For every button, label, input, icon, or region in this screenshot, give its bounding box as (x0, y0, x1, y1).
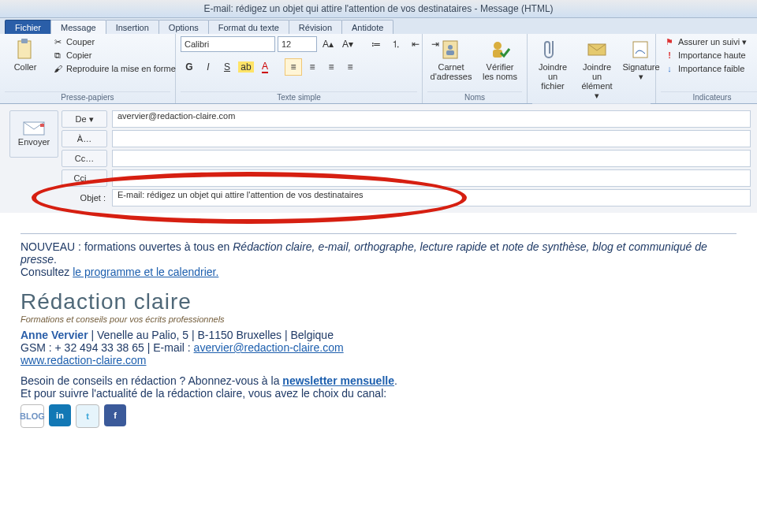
paste-label: Coller (14, 62, 37, 72)
social-blog-icon[interactable]: BLOG (21, 404, 44, 428)
address-book-label: Carnet d'adresses (431, 62, 472, 81)
format-painter-button[interactable]: 🖌 Reproduire la mise en forme (49, 62, 179, 75)
cc-field[interactable] (112, 150, 751, 167)
font-color-button[interactable]: A (256, 58, 274, 76)
brush-icon: 🖌 (52, 63, 63, 74)
address-book-icon (439, 37, 463, 62)
attach-item-label: Joindre un élément ▾ (580, 62, 614, 100)
paste-button[interactable]: Coller (5, 35, 46, 73)
cut-label: Couper (66, 37, 95, 47)
importance-high-button[interactable]: ! Importance haute (661, 49, 750, 61)
bullets-button[interactable]: ≔ (367, 35, 385, 53)
attach-item-button[interactable]: Joindre un élément ▾ (576, 35, 617, 102)
paste-icon (13, 37, 37, 62)
svg-rect-1 (21, 39, 28, 43)
tab-file[interactable]: Fichier (5, 20, 51, 34)
contact-site-link[interactable]: www.redaction-claire.com (21, 354, 147, 366)
followup-button[interactable]: ⚑ Assurer un suivi ▾ (661, 35, 750, 48)
grow-font-button[interactable]: A▴ (319, 35, 337, 53)
subject-field[interactable]: E-mail: rédigez un objet qui attire l'at… (112, 189, 751, 206)
importance-low-icon: ↓ (664, 63, 675, 74)
newsletter-line: Besoin de conseils en rédaction ? Abonne… (21, 374, 736, 387)
bcc-field[interactable] (112, 169, 751, 187)
logo-subtitle: Formations et conseils pour vos écrits p… (21, 314, 736, 324)
paperclip-icon (541, 37, 565, 62)
from-button[interactable]: De ▾ (62, 110, 107, 128)
shrink-font-button[interactable]: A▾ (339, 35, 356, 53)
underline-button[interactable]: S (218, 58, 236, 76)
followup-label: Assurer un suivi ▾ (678, 37, 747, 47)
follow-line: Et pour suivre l'actualité de la rédacti… (21, 387, 736, 400)
tab-format[interactable]: Format du texte (208, 20, 289, 34)
send-button[interactable]: Envoyer (9, 110, 58, 158)
group-names-title: Noms (427, 91, 522, 103)
promo-line: NOUVEAU : formations ouvertes à tous en … (21, 240, 736, 266)
svg-rect-4 (446, 50, 454, 55)
format-painter-label: Reproduire la mise en forme (66, 64, 176, 73)
svg-rect-0 (18, 41, 31, 58)
importance-low-button[interactable]: ↓ Importance faible (661, 62, 750, 75)
highlight-button[interactable]: ab (237, 58, 255, 76)
scissors-icon: ✂ (52, 36, 63, 47)
tab-insertion[interactable]: Insertion (106, 20, 159, 34)
copy-button[interactable]: ⧉ Copier (49, 49, 179, 61)
cc-button[interactable]: Cc… (62, 150, 107, 167)
svg-rect-8 (633, 42, 647, 58)
envelope-icon (23, 121, 45, 137)
group-clipboard-title: Presse-papiers (5, 91, 170, 103)
importance-high-icon: ! (664, 50, 675, 61)
contact-name-line: Anne Vervier | Venelle au Palio, 5 | B-1… (21, 329, 736, 341)
social-facebook-icon[interactable]: f (104, 404, 126, 426)
svg-rect-10 (40, 124, 44, 127)
from-field[interactable]: avervier@redaction-claire.com (112, 110, 751, 128)
numbering-button[interactable]: ⒈ (387, 35, 405, 53)
tab-options[interactable]: Options (158, 20, 209, 34)
copy-label: Copier (66, 50, 91, 60)
align-justify-button[interactable]: ≡ (341, 58, 359, 76)
ribbon-tabs: Fichier Message Insertion Options Format… (0, 18, 757, 34)
program-link[interactable]: le programme et le calendrier. (73, 266, 218, 278)
check-names-icon (488, 37, 512, 62)
attach-file-label: Joindre un fichier (535, 62, 570, 91)
align-center-button[interactable]: ≡ (304, 58, 321, 76)
attach-file-button[interactable]: Joindre un fichier (532, 35, 573, 92)
message-body[interactable]: NOUVEAU : formations ouvertes à tous en … (0, 213, 757, 442)
signature-logo: Rédaction claire Formations et conseils … (21, 289, 736, 324)
social-linkedin-icon[interactable]: in (49, 404, 71, 426)
to-button[interactable]: À… (62, 130, 107, 147)
importance-high-label: Importance haute (678, 50, 746, 60)
newsletter-link[interactable]: newsletter mensuelle (282, 374, 394, 387)
italic-button[interactable]: I (200, 58, 217, 76)
align-right-button[interactable]: ≡ (323, 58, 340, 76)
align-left-button[interactable]: ≡ (285, 58, 302, 76)
signature-icon (629, 37, 653, 62)
tab-antidote[interactable]: Antidote (341, 20, 393, 34)
check-names-label: Vérifier les noms (481, 62, 519, 81)
cut-button[interactable]: ✂ Couper (49, 35, 179, 48)
contact-name: Anne Vervier (21, 329, 88, 341)
importance-low-label: Importance faible (678, 64, 744, 73)
subject-label: Objet : (62, 193, 107, 203)
bold-button[interactable]: G (181, 58, 198, 76)
logo-text: Rédaction claire (21, 289, 736, 314)
flag-icon: ⚑ (664, 36, 675, 47)
bcc-button[interactable]: Cci… (62, 169, 107, 187)
svg-point-5 (494, 42, 502, 50)
tab-revision[interactable]: Révision (289, 20, 342, 34)
social-twitter-icon[interactable]: t (76, 404, 99, 428)
send-label: Envoyer (18, 137, 50, 147)
contact-gsm-line: GSM : + 32 494 33 38 65 | E-mail : averv… (21, 341, 736, 354)
address-book-button[interactable]: Carnet d'adresses (427, 35, 475, 83)
to-field[interactable] (112, 130, 751, 147)
group-tags-title: Indicateurs (661, 91, 757, 103)
window-title: E-mail: rédigez un objet qui attire l'at… (0, 0, 757, 18)
font-name-select[interactable]: Calibri (181, 36, 275, 52)
tab-message[interactable]: Message (50, 20, 106, 34)
compose-header: Envoyer De ▾ avervier@redaction-claire.c… (0, 104, 757, 213)
divider (21, 233, 736, 234)
outdent-button[interactable]: ⇤ (407, 35, 424, 53)
signature-label: Signature ▾ (622, 62, 659, 81)
contact-email-link[interactable]: avervier@redaction-claire.com (194, 341, 344, 354)
check-names-button[interactable]: Vérifier les noms (478, 35, 522, 83)
font-size-select[interactable]: 12 (278, 36, 317, 52)
